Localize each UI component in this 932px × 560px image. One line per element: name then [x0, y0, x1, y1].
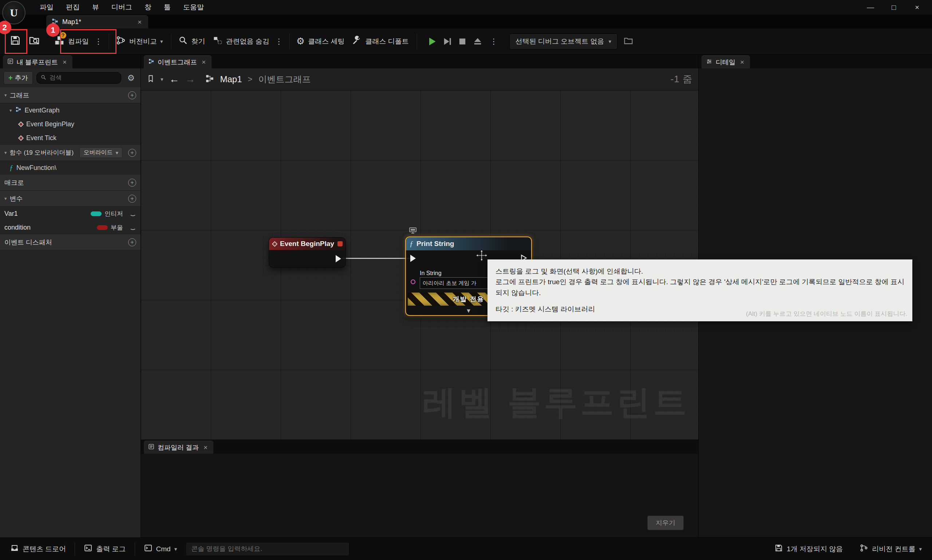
graph-tabbar: 이벤트그래프 ×: [141, 55, 698, 68]
tab-map1[interactable]: Map1* ×: [46, 15, 148, 28]
add-label: 추가: [15, 74, 28, 82]
frame-skip-button[interactable]: [442, 36, 452, 46]
menu-tools[interactable]: 툴: [159, 1, 176, 14]
function-name-label: NewFunction\: [16, 164, 56, 172]
tree-item-newfunction[interactable]: ƒ NewFunction\: [0, 161, 140, 175]
find-button[interactable]: 찾기: [174, 32, 209, 50]
tree-item-event-tick[interactable]: Event Tick: [0, 131, 140, 145]
close-window-button[interactable]: ×: [909, 2, 926, 13]
close-icon[interactable]: ×: [61, 58, 68, 66]
variable-row-var1[interactable]: Var1 인티저: [0, 207, 140, 220]
section-macros[interactable]: 매크로 +: [0, 175, 140, 191]
tooltip-hint: (Alt) 키를 누르고 있으면 네이티브 노드 이름이 표시됩니다.: [746, 309, 907, 319]
minimize-button[interactable]: —: [862, 2, 879, 13]
close-icon[interactable]: ×: [136, 18, 143, 26]
variable-name: Var1: [5, 210, 18, 218]
maximize-button[interactable]: □: [886, 2, 902, 13]
chevron-down-icon[interactable]: ▾: [160, 76, 163, 83]
class-settings-button[interactable]: ⚙ 클래스 세팅: [293, 33, 348, 50]
stop-button[interactable]: [457, 36, 467, 46]
tab-details[interactable]: 디테일 ×: [702, 55, 750, 68]
variable-row-condition[interactable]: condition 부울: [0, 220, 140, 234]
annotation-box-compile: [60, 29, 117, 54]
section-variables[interactable]: ▾ 변수 +: [0, 191, 140, 207]
breadcrumb-root[interactable]: Map1: [220, 74, 242, 85]
development-only-label: 개발 전용: [453, 295, 484, 303]
debug-object-label: 선택된 디버그 오브젝트 없음: [516, 37, 604, 46]
compiler-results-panel: 컴파일러 결과 × 지우기: [141, 440, 698, 537]
panel-settings-gear-icon[interactable]: ⚙: [125, 73, 137, 83]
cmd-dropdown[interactable]: Cmd ▾: [140, 544, 181, 554]
event-icon: [18, 135, 24, 141]
class-defaults-button[interactable]: 클래스 디폴트: [348, 32, 412, 50]
add-button[interactable]: + 추가: [4, 71, 33, 85]
console-icon: [144, 544, 153, 554]
tab-my-blueprint[interactable]: 내 블루프린트 ×: [3, 55, 72, 68]
exec-in-pin[interactable]: [410, 255, 416, 262]
blueprint-search-input[interactable]: [49, 74, 118, 82]
add-dispatcher-icon[interactable]: +: [128, 238, 136, 246]
add-macro-icon[interactable]: +: [128, 178, 136, 187]
clear-button[interactable]: 지우기: [647, 515, 684, 530]
section-graphs[interactable]: ▾ 그래프 +: [0, 87, 140, 103]
close-icon[interactable]: ×: [202, 443, 209, 452]
menu-debug[interactable]: 디버그: [106, 1, 137, 14]
tab-compiler-results[interactable]: 컴파일러 결과 ×: [144, 441, 213, 454]
node-event-beginplay[interactable]: Event BeginPlay: [269, 237, 346, 268]
unsaved-label: 1개 저장되지 않음: [787, 545, 843, 554]
close-icon[interactable]: ×: [739, 58, 746, 66]
visibility-eye-icon[interactable]: [129, 211, 136, 216]
console-command-input[interactable]: [186, 542, 350, 556]
add-variable-icon[interactable]: +: [128, 195, 136, 203]
details-tab-title: 디테일: [716, 58, 735, 66]
section-functions[interactable]: ▾ 함수 (19 오버라이더블) 오버라이드 ▾ +: [0, 145, 140, 161]
tooltip-line-1: 스트링을 로그 및 화면(선택 사항)에 인쇄합니다.: [496, 266, 904, 277]
play-options-kebab-icon[interactable]: ⋮: [488, 35, 500, 48]
statusbar-right: 1개 저장되지 않음 리비전 컨트롤 ▾: [771, 544, 926, 554]
visibility-eye-icon[interactable]: [129, 225, 136, 230]
print-string-tooltip: 스트링을 로그 및 화면(선택 사항)에 인쇄합니다. 로그에 프린트가 tru…: [487, 260, 912, 321]
hide-unrelated-kebab-icon[interactable]: ⋮: [273, 35, 285, 48]
event-beginplay-label: Event BeginPlay: [26, 120, 74, 128]
blueprint-icon: [205, 74, 214, 85]
eject-button[interactable]: [473, 36, 483, 46]
menu-edit[interactable]: 편집: [61, 1, 85, 14]
tree-item-eventgraph[interactable]: ▾ EventGraph: [0, 103, 140, 117]
debug-object-dropdown[interactable]: 선택된 디버그 오브젝트 없음 ▾: [509, 34, 618, 49]
unsaved-status-button[interactable]: 1개 저장되지 않음: [771, 544, 846, 554]
section-event-dispatchers[interactable]: 이벤트 디스패처 +: [0, 234, 140, 250]
browse-asset-button[interactable]: [25, 32, 44, 51]
bookmark-icon[interactable]: [147, 75, 155, 84]
in-string-pin-label: In String: [420, 270, 442, 277]
graph-icon: [15, 106, 22, 114]
debug-browse-icon[interactable]: [623, 35, 633, 47]
menu-view[interactable]: 뷰: [87, 1, 104, 14]
play-button[interactable]: [427, 36, 437, 46]
hide-unrelated-button[interactable]: 관련없음 숨김: [209, 32, 273, 50]
menu-help[interactable]: 도움말: [178, 1, 209, 14]
output-log-icon: [84, 544, 92, 554]
toolbar-separator: [170, 34, 171, 49]
tree-item-event-beginplay[interactable]: Event BeginPlay: [0, 117, 140, 131]
node-title: Print String: [416, 240, 454, 248]
forward-arrow-icon[interactable]: →: [185, 74, 196, 85]
compiler-tabbar: 컴파일러 결과 ×: [141, 440, 698, 454]
tab-eventgraph[interactable]: 이벤트그래프 ×: [144, 55, 211, 68]
diff-button[interactable]: 버전비교 ▾: [112, 32, 167, 50]
variables-header-label: 변수: [10, 194, 23, 203]
revision-control-button[interactable]: 리비전 컨트롤 ▾: [856, 544, 926, 554]
override-dropdown[interactable]: 오버라이드 ▾: [79, 148, 122, 158]
string-pin-icon[interactable]: [411, 280, 415, 284]
output-log-button[interactable]: 출력 로그: [80, 544, 129, 554]
content-drawer-button[interactable]: 콘텐츠 드로어: [6, 544, 69, 554]
menu-file[interactable]: 파일: [35, 1, 59, 14]
annotation-badge-1: 1: [46, 23, 60, 37]
menu-window[interactable]: 창: [139, 1, 157, 14]
back-arrow-icon[interactable]: ←: [169, 74, 179, 85]
add-function-icon[interactable]: +: [128, 149, 136, 157]
exec-out-pin[interactable]: [336, 255, 341, 262]
function-icon: ƒ: [9, 164, 13, 172]
close-icon[interactable]: ×: [200, 58, 207, 66]
add-graph-icon[interactable]: +: [128, 91, 136, 99]
functions-header-label: 함수 (19 오버라이더블): [10, 148, 74, 157]
